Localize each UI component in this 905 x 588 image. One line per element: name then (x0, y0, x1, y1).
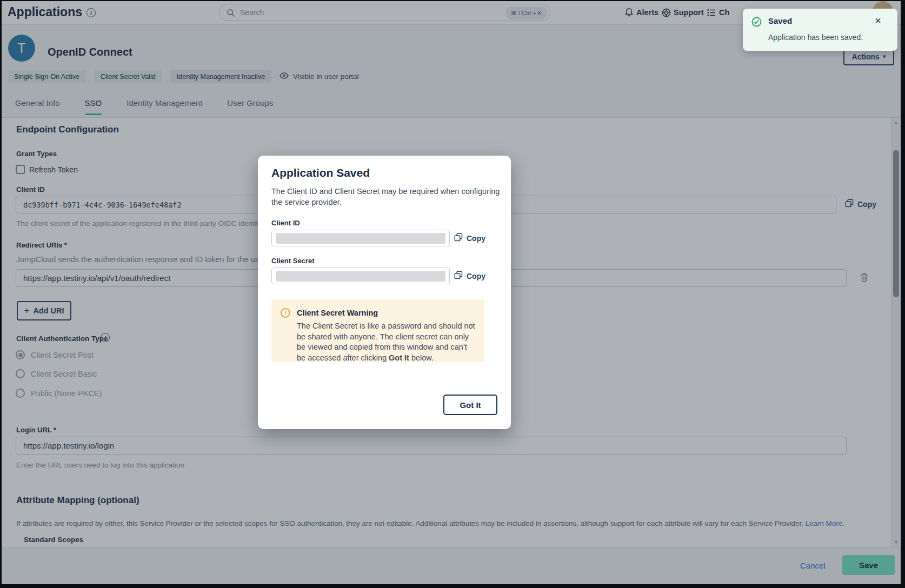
copy-label: Copy (467, 234, 485, 243)
warning-title: Client Secret Warning (297, 309, 378, 317)
screen-edge-left (0, 0, 2, 588)
app-window: Applications i ⌘ / Ctrl + K Alerts Suppo… (0, 0, 905, 588)
warning-body-text: The Client Secret is like a password and… (297, 322, 475, 362)
warning-body-tail: below. (409, 353, 434, 362)
check-circle-icon (751, 17, 762, 29)
modal-client-id-field[interactable] (271, 230, 450, 246)
modal-title: Application Saved (271, 166, 370, 179)
copy-icon (454, 233, 463, 243)
got-it-button[interactable]: Got It (443, 395, 497, 415)
application-saved-modal: Application Saved The Client ID and Clie… (258, 156, 511, 429)
masked-value (276, 233, 445, 244)
toast-message: Application has been saved. (768, 33, 863, 42)
warning-icon: ! (281, 308, 290, 318)
copy-icon (454, 271, 463, 281)
client-secret-warning-box: ! Client Secret Warning The Client Secre… (271, 299, 484, 362)
warning-body: The Client Secret is like a password and… (297, 321, 477, 363)
copy-label: Copy (467, 272, 485, 280)
toast-close-icon[interactable]: × (870, 13, 886, 28)
modal-client-secret-field[interactable] (271, 268, 450, 284)
saved-toast: Saved × Application has been saved. (743, 9, 897, 51)
warning-body-bold: Got It (389, 353, 409, 362)
modal-client-id-copy-button[interactable]: Copy (454, 233, 485, 243)
masked-value (276, 271, 445, 282)
modal-client-id-label: Client ID (271, 219, 300, 227)
screen-edge-right (901, 0, 905, 588)
modal-description: The Client ID and Client Secret may be r… (271, 186, 501, 208)
screen-edge-bottom (0, 584, 905, 588)
modal-client-secret-label: Client Secret (271, 257, 314, 265)
toast-title: Saved (768, 16, 792, 25)
modal-client-secret-copy-button[interactable]: Copy (454, 271, 485, 281)
screen-edge-top (0, 0, 905, 1)
